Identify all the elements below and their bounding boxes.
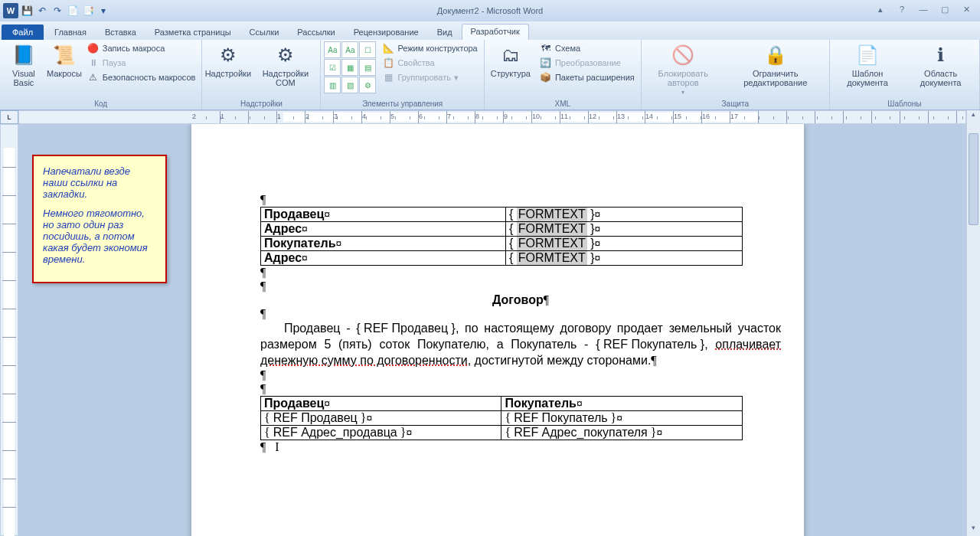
addins-button[interactable]: ⚙Надстройки xyxy=(205,41,250,80)
panel-icon: ℹ xyxy=(929,43,953,67)
design-mode-button[interactable]: 📐Режим конструктора xyxy=(379,41,480,55)
design-icon: 📐 xyxy=(382,42,394,54)
transform-button[interactable]: 🔄Преобразование xyxy=(537,56,638,70)
schema-button[interactable]: 🗺Схема xyxy=(537,41,638,55)
block-authors-button[interactable]: 🚫Блокировать авторов▾ xyxy=(645,41,722,97)
visual-basic-button[interactable]: 📘Visual Basic xyxy=(3,41,44,89)
block-icon: 🚫 xyxy=(671,43,695,67)
vb-icon: 📘 xyxy=(11,43,36,67)
ribbon: 📘Visual Basic 📜Макросы 🔴Запись макроса ⏸… xyxy=(0,40,980,110)
scroll-thumb[interactable] xyxy=(969,133,978,225)
header-table[interactable]: Продавец{ FORMTEXT } Адрес{ FORMTEXT } П… xyxy=(260,207,743,266)
qat-icon-5[interactable]: 📑 xyxy=(81,4,95,18)
ruler-corner[interactable]: L xyxy=(0,110,18,124)
window-controls: ▴ ? — ▢ ✕ xyxy=(867,5,980,17)
transform-icon: 🔄 xyxy=(540,57,552,69)
vertical-ruler[interactable] xyxy=(0,124,18,536)
titlebar: W 💾 ↶ ↷ 📄 📑 ▾ Документ2 - Microsoft Word… xyxy=(0,0,980,21)
contract-body: Продавец - { REF Продавец }, по настояще… xyxy=(260,321,781,368)
expansion-button[interactable]: 📦Пакеты расширения xyxy=(537,70,638,84)
lock-icon: 🔒 xyxy=(763,43,788,67)
tab-mailings[interactable]: Рассылки xyxy=(288,25,344,40)
ribbon-group-code: 📘Visual Basic 📜Макросы 🔴Запись макроса ⏸… xyxy=(0,40,202,109)
template-icon: 📄 xyxy=(855,43,880,67)
warning-icon: ⚠ xyxy=(87,71,100,83)
tab-insert[interactable]: Вставка xyxy=(96,25,145,40)
minimize-icon[interactable]: — xyxy=(916,5,931,17)
macro-security-button[interactable]: ⚠Безопасность макросов xyxy=(84,70,199,84)
tab-home[interactable]: Главная xyxy=(45,25,96,40)
tab-developer[interactable]: Разработчик xyxy=(462,24,529,40)
save-icon[interactable]: 💾 xyxy=(20,4,34,18)
tab-view[interactable]: Вид xyxy=(428,25,462,40)
word-icon: W xyxy=(3,3,18,18)
tab-layout[interactable]: Разметка страницы xyxy=(145,25,240,40)
tab-references[interactable]: Ссылки xyxy=(240,25,289,40)
gear-icon: ⚙ xyxy=(273,43,298,67)
ribbon-tabs: Файл Главная Вставка Разметка страницы С… xyxy=(0,21,980,40)
table-row: Продавец{ FORMTEXT } xyxy=(261,208,743,222)
package-icon: 📦 xyxy=(540,71,552,83)
tutorial-callout: Напечатали везде наши ссылки на закладки… xyxy=(32,155,167,283)
com-addins-button[interactable]: ⚙Надстройки COM xyxy=(253,41,317,89)
tab-review[interactable]: Рецензирование xyxy=(345,25,428,40)
maximize-icon[interactable]: ▢ xyxy=(937,5,952,17)
structure-icon: 🗂 xyxy=(498,43,523,67)
signature-table[interactable]: ПродавецПокупатель { REF Продавец }{ REF… xyxy=(260,396,743,440)
qat-icon-4[interactable]: 📄 xyxy=(66,4,80,18)
qat-dropdown-icon[interactable]: ▾ xyxy=(96,4,110,18)
record-icon: 🔴 xyxy=(87,42,100,54)
controls-gallery[interactable]: AaAa☐ ☑▦▤ ▥▧⚙ xyxy=(324,41,376,93)
pause-macro-button[interactable]: ⏸Пауза xyxy=(84,56,199,70)
ribbon-group-controls: AaAa☐ ☑▦▤ ▥▧⚙ 📐Режим конструктора 📋Свойс… xyxy=(321,40,484,109)
group-button[interactable]: ▦Группировать ▾ xyxy=(379,70,480,84)
horizontal-ruler[interactable]: 211234567891011121314151617 xyxy=(18,110,966,124)
structure-button[interactable]: 🗂Структура xyxy=(488,41,534,80)
ribbon-group-addins: ⚙Надстройки ⚙Надстройки COM Надстройки xyxy=(202,40,321,109)
schema-icon: 🗺 xyxy=(540,42,552,54)
ribbon-group-xml: 🗂Структура 🗺Схема 🔄Преобразование 📦Пакет… xyxy=(485,40,642,109)
workspace: L 211234567891011121314151617 Напечатали… xyxy=(0,110,980,536)
vertical-scrollbar[interactable]: ▴ ▾ xyxy=(966,110,980,536)
macros-icon: 📜 xyxy=(52,43,77,67)
properties-icon: 📋 xyxy=(382,57,394,69)
group-icon: ▦ xyxy=(382,71,394,83)
table-row: Покупатель{ FORMTEXT } xyxy=(261,237,743,251)
ribbon-group-protect: 🚫Блокировать авторов▾ 🔒Ограничить редакт… xyxy=(642,40,830,109)
macros-button[interactable]: 📜Макросы xyxy=(47,41,81,80)
document-template-button[interactable]: 📄Шаблон документа xyxy=(833,41,903,89)
undo-icon[interactable]: ↶ xyxy=(35,4,49,18)
table-row: Адрес{ FORMTEXT } xyxy=(261,251,743,266)
record-macro-button[interactable]: 🔴Запись макроса xyxy=(84,41,199,55)
tab-file[interactable]: Файл xyxy=(2,25,44,40)
redo-icon[interactable]: ↷ xyxy=(51,4,64,18)
quick-access-toolbar: W 💾 ↶ ↷ 📄 📑 ▾ xyxy=(0,3,113,18)
ribbon-group-templates: 📄Шаблон документа ℹОбласть документа Шаб… xyxy=(830,40,980,109)
document-page[interactable]: ¶ Продавец{ FORMTEXT } Адрес{ FORMTEXT }… xyxy=(191,124,804,536)
table-row: Адрес{ FORMTEXT } xyxy=(261,222,743,237)
minimize-ribbon-icon[interactable]: ▴ xyxy=(873,5,888,17)
close-icon[interactable]: ✕ xyxy=(959,5,974,17)
scroll-down-icon[interactable]: ▾ xyxy=(967,524,980,536)
help-icon[interactable]: ? xyxy=(894,5,910,17)
document-area[interactable]: Напечатали везде наши ссылки на закладки… xyxy=(18,124,966,536)
window-title: Документ2 - Microsoft Word xyxy=(113,6,867,15)
restrict-edit-button[interactable]: 🔒Ограничить редактирование xyxy=(725,41,826,89)
scroll-up-icon[interactable]: ▴ xyxy=(967,110,980,123)
document-panel-button[interactable]: ℹОбласть документа xyxy=(905,41,976,89)
pause-icon: ⏸ xyxy=(87,57,100,69)
gear-icon: ⚙ xyxy=(216,43,240,67)
properties-button[interactable]: 📋Свойства xyxy=(379,56,480,70)
doc-heading: Договор xyxy=(492,293,544,306)
